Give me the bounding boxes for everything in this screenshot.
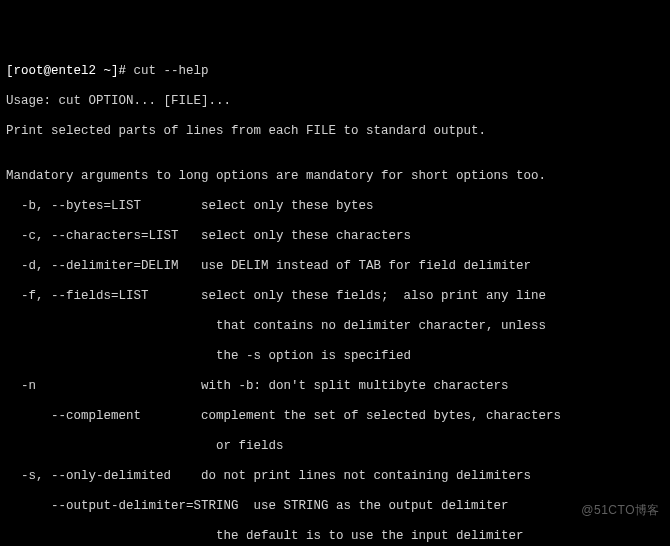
output-line: Print selected parts of lines from each …	[6, 124, 664, 139]
output-line: -n with -b: don't split multibyte charac…	[6, 379, 664, 394]
command-text: cut --help	[126, 64, 209, 78]
output-line: the -s option is specified	[6, 349, 664, 364]
output-line: that contains no delimiter character, un…	[6, 319, 664, 334]
output-line: the default is to use the input delimite…	[6, 529, 664, 544]
output-line: -f, --fields=LIST select only these fiel…	[6, 289, 664, 304]
output-line: Usage: cut OPTION... [FILE]...	[6, 94, 664, 109]
output-line: --output-delimiter=STRING use STRING as …	[6, 499, 664, 514]
output-line: -b, --bytes=LIST select only these bytes	[6, 199, 664, 214]
watermark-text: @51CTO博客	[581, 503, 660, 518]
shell-prompt-line[interactable]: [root@entel2 ~]# cut --help	[6, 64, 664, 79]
output-line: -c, --characters=LIST select only these …	[6, 229, 664, 244]
output-line: or fields	[6, 439, 664, 454]
prompt-user-host: [root@entel2 ~]#	[6, 64, 126, 78]
output-line: -d, --delimiter=DELIM use DELIM instead …	[6, 259, 664, 274]
output-line: Mandatory arguments to long options are …	[6, 169, 664, 184]
output-line: --complement complement the set of selec…	[6, 409, 664, 424]
output-line: -s, --only-delimited do not print lines …	[6, 469, 664, 484]
